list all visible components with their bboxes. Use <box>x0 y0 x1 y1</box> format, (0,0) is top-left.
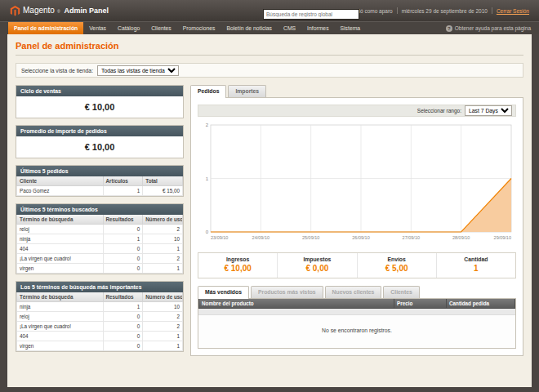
svg-text:2: 2 <box>206 122 209 127</box>
table-cell: virgen <box>17 264 104 274</box>
table-header-row: ClienteArtículosTotal <box>17 176 183 186</box>
tab-importes[interactable]: Importes <box>228 85 266 97</box>
table-cell: ninja <box>17 302 104 312</box>
registered-mark: ® <box>57 9 60 14</box>
table-cell: 0 <box>103 244 143 254</box>
table-cell: 0 <box>103 312 143 322</box>
svg-text:1: 1 <box>206 176 209 181</box>
dashboard-right-column: PedidosImportes Seleccionar rango: Last … <box>190 85 523 359</box>
nav-menu: Panel de administraciónVentasCatálogoCli… <box>8 22 366 34</box>
nav-item-sistema[interactable]: Sistema <box>335 22 367 34</box>
table-cell: 1 <box>103 234 143 244</box>
nav-item-clientes[interactable]: Clientes <box>145 22 177 34</box>
tab-pedidos[interactable]: Pedidos <box>190 85 226 98</box>
tab-nuevos-clientes[interactable]: Nuevos clientes <box>325 286 382 298</box>
table-cell: 10 <box>143 302 183 312</box>
grid-filter-strip <box>198 309 515 315</box>
column-header: Precio <box>394 299 447 309</box>
dashboard-main-panel: Seleccionar rango: Last 7 Days 01223/09/… <box>190 97 523 356</box>
table-cell: € 15,00 <box>143 186 183 196</box>
range-label: Seleccionar rango: <box>417 108 461 114</box>
tab-productos-más-vistos[interactable]: Productos más vistos <box>251 286 323 298</box>
column-header: Cliente <box>17 176 104 186</box>
table-cell: 404 <box>17 244 104 254</box>
nav-item-boletín-de-noticias[interactable]: Boletín de noticias <box>220 22 278 34</box>
dashboard-left-column: Ciclo de ventas € 10,00 Promedio de impo… <box>16 85 184 359</box>
logo-subtitle: Admin Panel <box>65 7 109 15</box>
column-header: Total <box>143 176 183 186</box>
table-cell: 1 <box>143 332 183 341</box>
table-header-row: Nombre del productoPrecioCantidad pedida <box>199 299 515 309</box>
table-cell: 1 <box>103 302 143 312</box>
table-cell: 1 <box>143 244 183 254</box>
table-row: virgen01 <box>17 341 183 351</box>
stat-label: Envíos <box>358 256 436 262</box>
page-help-link[interactable]: ? Obtener ayuda para esta página <box>446 22 531 34</box>
logo-text: Magento <box>23 6 55 15</box>
table-cell: virgen <box>17 341 104 351</box>
store-view-switcher: Seleccione la vista de tienda: Todas las… <box>16 63 523 78</box>
stat-cantidad: Cantidad1 <box>436 253 515 278</box>
global-search-input[interactable] <box>263 9 359 20</box>
tab-más-vendidos[interactable]: Más vendidos <box>198 286 249 299</box>
help-icon: ? <box>446 25 452 32</box>
nav-item-promociones[interactable]: Promociones <box>177 22 221 34</box>
stat-value: € 0,00 <box>278 264 356 273</box>
table-row: ninja110 <box>17 302 183 312</box>
table-header-row: Término de búsquedaResultadosNúmero de u… <box>17 215 183 225</box>
average-orders-value: € 10,00 <box>16 136 183 158</box>
table-cell: 2 <box>143 322 183 332</box>
table-cell: 0 <box>103 254 143 264</box>
range-selector-bar: Seleccionar rango: Last 7 Days <box>198 105 516 117</box>
products-panel: Nombre del productoPrecioCantidad pedida… <box>198 298 516 349</box>
svg-text:28/09/10: 28/09/10 <box>452 235 470 240</box>
last-orders-panel: Últimos 5 pedidos ClienteArtículosTotal … <box>16 165 184 197</box>
stat-value: 1 <box>437 264 515 273</box>
empty-records-message: No se encontraron registros. <box>198 315 515 348</box>
bottom-tabs: Más vendidosProductos más vistosNuevos c… <box>198 286 516 298</box>
table-cell: 0 <box>103 332 143 341</box>
logout-link[interactable]: Cerrar Sesión <box>497 8 529 14</box>
orders-tabs: PedidosImportes <box>190 85 523 97</box>
page-title: Panel de administración <box>16 41 523 56</box>
table-cell: 404 <box>17 332 104 341</box>
column-header: Término de búsqueda <box>17 215 104 225</box>
magento-m-icon <box>10 6 20 16</box>
nav-item-catálogo[interactable]: Catálogo <box>112 22 145 34</box>
last-orders-title: Últimos 5 pedidos <box>16 166 183 176</box>
separator <box>492 7 492 14</box>
stat-value: € 10,00 <box>198 264 277 273</box>
column-header: Término de búsqueda <box>17 292 104 302</box>
nav-item-panel-de-administración[interactable]: Panel de administración <box>8 22 83 34</box>
table-row: virgen01 <box>17 264 183 274</box>
stat-ingresos: Ingresos€ 10,00 <box>198 253 277 278</box>
table-cell: 2 <box>143 254 183 264</box>
range-select[interactable]: Last 7 Days <box>465 105 512 116</box>
table-cell: reloj <box>17 312 104 322</box>
table-cell: ¡La virgen que cuadro! <box>17 322 104 332</box>
nav-item-ventas[interactable]: Ventas <box>83 22 112 34</box>
top-header: Magento® Admin Panel Accedió como aparo … <box>0 0 539 21</box>
table-cell: reloj <box>17 225 104 234</box>
last-search-table: Término de búsquedaResultadosNúmero de u… <box>16 215 183 274</box>
nav-item-informes[interactable]: Informes <box>301 22 334 34</box>
products-table: Nombre del productoPrecioCantidad pedida <box>198 299 515 309</box>
tab-clientes[interactable]: Clientes <box>383 286 419 298</box>
stat-label: Ingresos <box>198 256 277 262</box>
main-nav: Panel de administraciónVentasCatálogoCli… <box>0 21 539 34</box>
column-header: Cantidad pedida <box>447 299 515 309</box>
table-cell: 2 <box>143 312 183 322</box>
store-view-select[interactable]: Todas las vistas de tienda <box>97 65 179 76</box>
magento-logo: Magento® Admin Panel <box>10 6 109 16</box>
last-orders-table: ClienteArtículosTotal Paco Gomez1€ 15,00 <box>16 176 183 196</box>
last-search-title: Últimos 5 términos buscados <box>16 204 183 215</box>
column-header: Número de usos <box>143 292 183 302</box>
last-search-panel: Últimos 5 términos buscados Término de b… <box>16 203 184 274</box>
table-cell: ninja <box>17 234 104 244</box>
svg-text:23/09/10: 23/09/10 <box>211 235 228 240</box>
top-search-table: Término de búsquedaResultadosNúmero de u… <box>16 292 183 351</box>
nav-item-cms[interactable]: CMS <box>278 22 301 34</box>
stat-label: Impuestos <box>278 256 356 262</box>
svg-text:0: 0 <box>206 229 209 234</box>
store-view-label: Seleccione la vista de tienda: <box>21 68 93 74</box>
